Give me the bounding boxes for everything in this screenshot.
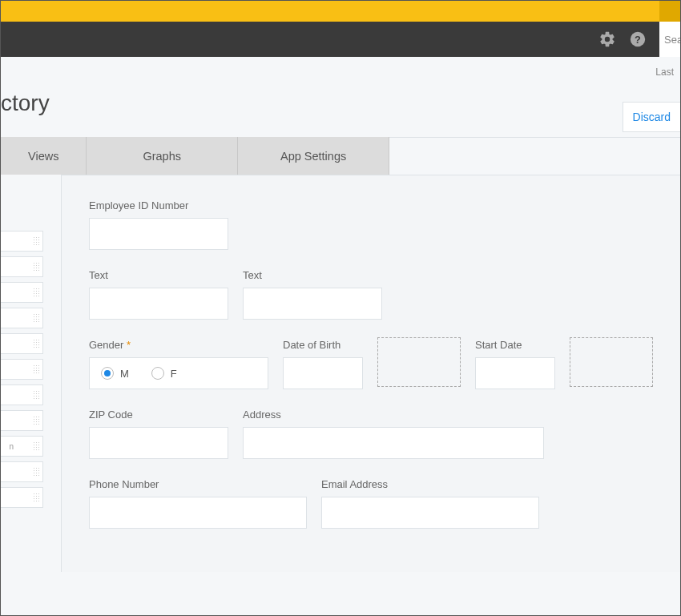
gender-radio-m[interactable]: M (101, 367, 129, 380)
dob-input[interactable] (283, 357, 363, 389)
dob-label: Date of Birth (283, 339, 363, 351)
list-item[interactable] (1, 256, 43, 277)
tab-views[interactable]: Views (1, 137, 87, 175)
search-placeholder: Sea (664, 34, 680, 46)
drop-zone[interactable] (570, 337, 653, 387)
svg-text:?: ? (635, 34, 641, 46)
list-item[interactable]: n (1, 436, 43, 457)
tab-graphs[interactable]: Graphs (87, 137, 238, 175)
employee-id-label: Employee ID Number (89, 199, 228, 211)
gender-radio-group: M F (89, 357, 268, 389)
list-item[interactable] (1, 487, 43, 508)
header-region: Last ctory Discard (1, 57, 680, 131)
tab-app-settings[interactable]: App Settings (238, 137, 389, 175)
brand-bar-tab (659, 1, 680, 22)
email-input[interactable] (321, 497, 539, 529)
employee-id-input[interactable] (89, 218, 228, 250)
left-items-list: n (1, 175, 43, 572)
radio-icon (101, 367, 114, 380)
phone-label: Phone Number (89, 478, 307, 490)
page-title: ctory (1, 91, 680, 116)
address-input[interactable] (243, 427, 544, 459)
search-input[interactable]: Sea (659, 22, 680, 57)
last-saved-label: Last (655, 66, 674, 78)
gender-radio-f[interactable]: F (151, 367, 177, 380)
list-item[interactable] (1, 231, 43, 252)
text2-label: Text (243, 269, 382, 281)
text1-input[interactable] (89, 288, 228, 320)
tab-bar: Views Graphs App Settings (1, 137, 680, 175)
start-date-input[interactable] (475, 357, 555, 389)
help-icon[interactable]: ? (629, 30, 647, 48)
discard-button[interactable]: Discard (623, 102, 680, 132)
address-label: Address (243, 409, 544, 421)
list-item[interactable] (1, 461, 43, 482)
gear-icon[interactable] (598, 30, 616, 48)
list-item[interactable] (1, 282, 43, 303)
list-item[interactable] (1, 359, 43, 380)
list-item[interactable] (1, 308, 43, 328)
zip-label: ZIP Code (89, 409, 228, 421)
email-label: Email Address (321, 478, 539, 490)
tab-blank-area (389, 137, 680, 175)
drop-zone[interactable] (377, 337, 461, 387)
brand-bar (1, 1, 680, 22)
zip-input[interactable] (89, 427, 228, 459)
list-item[interactable] (1, 410, 43, 431)
start-date-label: Start Date (475, 339, 555, 351)
list-item[interactable] (1, 333, 43, 354)
list-item[interactable] (1, 384, 43, 405)
radio-icon (151, 367, 164, 380)
text1-label: Text (89, 269, 228, 281)
phone-input[interactable] (89, 497, 307, 529)
gender-label: Gender * (89, 339, 268, 351)
nav-bar: ? Sea (1, 22, 680, 57)
text2-input[interactable] (243, 288, 382, 320)
form-panel: Employee ID Number Text Text Gender * M (61, 175, 680, 572)
